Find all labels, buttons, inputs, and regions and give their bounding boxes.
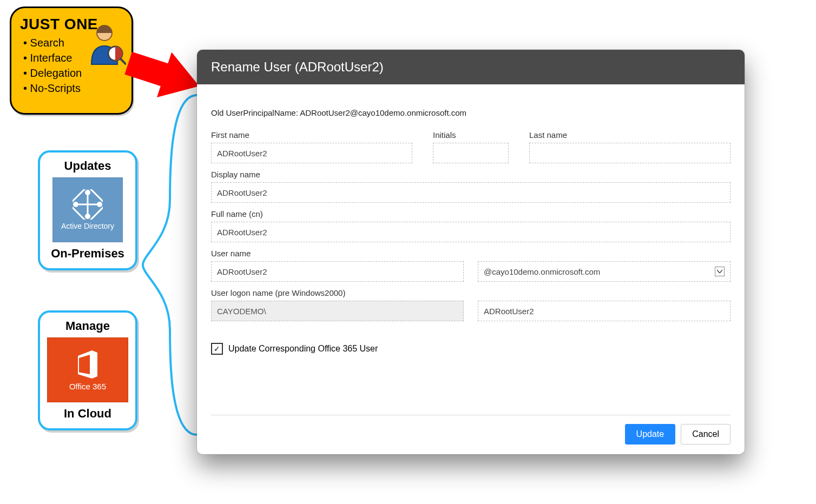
domain-select[interactable]: @cayo10demo.onmicrosoft.com (478, 261, 731, 282)
updates-card: Updates Active Directory On-Premises (38, 150, 137, 270)
first-name-input[interactable] (211, 143, 412, 163)
chevron-down-icon (715, 267, 725, 276)
manage-card: Manage Office 365 In Cloud (38, 310, 137, 430)
last-name-label: Last name (529, 130, 731, 140)
display-name-input[interactable] (211, 182, 731, 203)
user-name-input[interactable] (211, 261, 464, 282)
dialog-footer: Update Cancel (211, 415, 731, 445)
update-button[interactable]: Update (625, 424, 676, 445)
full-name-input[interactable] (211, 222, 731, 242)
svg-line-2 (121, 59, 126, 64)
user-search-icon (87, 22, 126, 69)
domain-value: @cayo10demo.onmicrosoft.com (484, 267, 600, 276)
manage-sub: In Cloud (45, 407, 130, 421)
initials-label: Initials (433, 130, 509, 140)
rename-user-dialog: Rename User (ADRootUser2) Old UserPrinci… (197, 50, 745, 454)
first-name-label: First name (211, 130, 412, 140)
pre2000-user-input[interactable] (478, 301, 731, 321)
updates-sub: On-Premises (45, 247, 130, 261)
o365-tile-label: Office 365 (69, 382, 106, 391)
dialog-title: Rename User (ADRootUser2) (197, 50, 745, 84)
ad-tile-label: Active Directory (61, 222, 114, 230)
active-directory-tile: Active Directory (52, 177, 123, 242)
office365-icon (74, 349, 102, 380)
update-o365-checkbox[interactable]: ✓ (211, 343, 223, 355)
benefits-card: JUST ONE Search Interface Delegation No-… (10, 6, 133, 115)
update-o365-checkbox-label: Update Corresponding Office 365 User (228, 344, 378, 354)
initials-input[interactable] (433, 143, 509, 163)
updates-heading: Updates (45, 159, 130, 173)
full-name-label: Full name (cn) (211, 209, 731, 218)
pre2000-domain-readonly: CAYODEMO\ (211, 301, 464, 321)
last-name-input[interactable] (529, 143, 731, 163)
svg-marker-11 (78, 350, 97, 379)
curly-brace-icon (140, 92, 199, 440)
old-upn-text: Old UserPrincipalName: ADRootUser2@cayo1… (211, 108, 731, 117)
active-directory-icon (73, 189, 103, 220)
benefit-item: No-Scripts (23, 81, 123, 96)
office365-tile: Office 365 (47, 337, 128, 402)
pre2000-label: User logon name (pre Windows2000) (211, 288, 731, 297)
user-name-label: User name (211, 249, 731, 258)
manage-heading: Manage (45, 319, 130, 333)
display-name-label: Display name (211, 170, 731, 179)
cancel-button[interactable]: Cancel (681, 424, 731, 445)
